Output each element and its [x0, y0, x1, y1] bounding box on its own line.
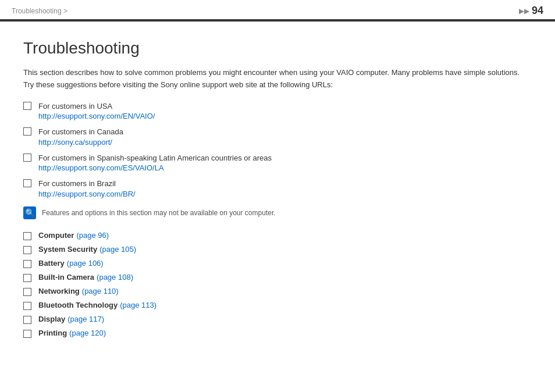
nav-link-system-security[interactable]: (page 105)	[99, 245, 136, 254]
checkbox-icon-4	[23, 179, 31, 187]
nav-label-battery: Battery	[38, 259, 65, 268]
support-links-list: For customers in USA http://esupport.son…	[23, 101, 532, 198]
list-item: For customers in Spanish-speaking Latin …	[23, 152, 532, 173]
page-number: 94	[532, 5, 543, 17]
nav-list-item-battery: Battery (page 106)	[23, 259, 532, 268]
nav-list-item-camera: Built-in Camera (page 108)	[23, 273, 532, 282]
nav-link-computer[interactable]: (page 96)	[76, 231, 109, 240]
list-item-content-3: For customers in Spanish-speaking Latin …	[38, 152, 272, 173]
nav-checkbox-6	[23, 302, 31, 310]
page-arrow-icon: ▶▶	[519, 7, 529, 15]
nav-checkbox-7	[23, 316, 31, 324]
nav-list-item-networking: Networking (page 110)	[23, 287, 532, 296]
nav-link-camera[interactable]: (page 108)	[97, 273, 133, 281]
list-item: For customers in Canada http://sony.ca/s…	[23, 126, 532, 147]
nav-list-item-bluetooth: Bluetooth Technology (page 113)	[23, 301, 532, 310]
support-label-4: For customers in Brazil	[38, 178, 136, 190]
main-content: Troubleshooting This section describes h…	[0, 22, 555, 354]
support-link-4[interactable]: http://esupport.sony.com/BR/	[38, 190, 136, 198]
nav-label-networking: Networking	[38, 287, 80, 295]
nav-checkbox-3	[23, 260, 31, 268]
support-link-3[interactable]: http://esupport.sony.com/ES/VAIO/LA	[38, 163, 272, 172]
nav-list-item-system-security: System Security (page 105)	[23, 245, 532, 254]
nav-label-display: Display	[38, 315, 65, 323]
checkbox-icon-3	[23, 154, 31, 162]
list-item-content-4: For customers in Brazil http://esupport.…	[38, 178, 136, 198]
nav-list-item-computer: Computer (page 96)	[23, 231, 532, 240]
note-section: 🔍 Features and options in this section m…	[23, 206, 532, 219]
top-bar: Troubleshooting > ▶▶ 94	[0, 0, 555, 20]
list-item: For customers in USA http://esupport.son…	[23, 101, 532, 121]
nav-list: Computer (page 96) System Security (page…	[23, 231, 532, 338]
nav-checkbox-4	[23, 274, 31, 282]
support-label-1: For customers in USA	[38, 101, 155, 112]
list-item-content-1: For customers in USA http://esupport.son…	[38, 101, 155, 121]
support-link-2[interactable]: http://sony.ca/support/	[38, 138, 123, 147]
support-link-1[interactable]: http://esupport.sony.com/EN/VAIO/	[38, 112, 155, 120]
support-label-2: For customers in Canada	[38, 126, 123, 138]
nav-label-bluetooth: Bluetooth Technology	[38, 301, 118, 309]
nav-label-computer: Computer	[38, 231, 74, 240]
note-icon: 🔍	[23, 206, 36, 219]
nav-checkbox-5	[23, 288, 31, 296]
nav-checkbox-2	[23, 246, 31, 254]
nav-checkbox-8	[23, 330, 31, 338]
checkbox-icon-2	[23, 127, 31, 136]
nav-link-display[interactable]: (page 117)	[67, 315, 104, 323]
page-title: Troubleshooting	[23, 39, 532, 58]
checkbox-icon-1	[23, 102, 31, 110]
intro-paragraph: This section describes how to solve comm…	[23, 67, 524, 91]
nav-label-printing: Printing	[38, 329, 67, 337]
nav-link-networking[interactable]: (page 110)	[82, 287, 119, 295]
page-number-container: ▶▶ 94	[519, 5, 543, 17]
nav-label-camera: Built-in Camera	[38, 273, 94, 281]
breadcrumb: Troubleshooting >	[12, 7, 67, 15]
nav-link-bluetooth[interactable]: (page 113)	[120, 301, 156, 309]
nav-list-item-display: Display (page 117)	[23, 315, 532, 324]
note-icon-symbol: 🔍	[25, 208, 35, 218]
note-text: Features and options in this section may…	[42, 206, 276, 218]
list-item-content-2: For customers in Canada http://sony.ca/s…	[38, 126, 123, 147]
nav-checkbox-1	[23, 232, 31, 240]
list-item: For customers in Brazil http://esupport.…	[23, 178, 532, 198]
nav-link-battery[interactable]: (page 106)	[67, 259, 104, 268]
nav-link-printing[interactable]: (page 120)	[69, 329, 106, 337]
nav-list-item-printing: Printing (page 120)	[23, 329, 532, 338]
support-label-3: For customers in Spanish-speaking Latin …	[38, 152, 272, 164]
nav-label-system-security: System Security	[38, 245, 97, 254]
